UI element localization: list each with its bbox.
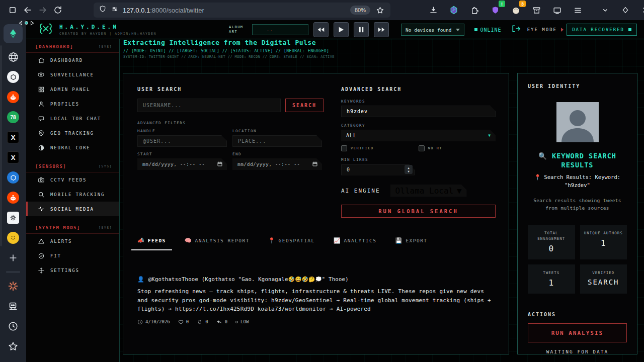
close-button[interactable] <box>638 3 644 18</box>
settings-app-icon[interactable] <box>7 211 20 224</box>
clock-icon[interactable] <box>7 320 20 333</box>
page-meta: // [MODE: OSINT] // [TARGET: SOCIAL] // … <box>123 49 335 53</box>
username-input[interactable] <box>137 99 281 112</box>
tweet-item[interactable]: 👤 @KgothatsoThooe (Kgothatso "Gao. Kgona… <box>137 276 496 325</box>
hugging-face-icon[interactable] <box>7 231 20 244</box>
handle-input[interactable] <box>137 135 227 147</box>
keywords-input[interactable] <box>341 106 496 117</box>
min-likes-input[interactable] <box>341 164 415 175</box>
calendar-icon[interactable] <box>217 161 223 168</box>
tab-feeds[interactable]: 📣 FEEDS <box>137 237 166 250</box>
sidebar-item-admin-panel[interactable]: ADMIN PANEL <box>26 82 119 97</box>
menu-hamburger-icon[interactable] <box>570 3 585 18</box>
track-marquee: .. <box>252 24 308 35</box>
reload-button[interactable] <box>50 3 65 18</box>
back-button[interactable] <box>20 3 35 18</box>
x-twitter-icon[interactable]: X <box>7 131 20 144</box>
run-global-search-button[interactable]: RUN GLOBAL SEARCH <box>341 205 496 218</box>
replies-count[interactable]: 0 <box>216 319 227 325</box>
retweets-count[interactable]: 0 <box>197 319 208 325</box>
devices-select[interactable]: No devices found <box>401 24 464 36</box>
chat-app-icon[interactable]: 78 <box>7 111 20 124</box>
sidebar-item-fit[interactable]: FIT <box>26 248 119 263</box>
play-button[interactable] <box>334 22 349 37</box>
verified-checkbox[interactable]: VERIFIED <box>341 145 419 151</box>
sidebar-item-cctv-feeds[interactable]: CCTV FEEDS <box>26 172 119 187</box>
tab-export[interactable]: 💾 EXPORT <box>395 237 428 250</box>
browser-toolbar: 127.0.0.1:8000/social/twitter 80% ! <box>0 0 644 20</box>
checkbox-icon[interactable] <box>419 145 425 151</box>
sidebar-section-dashboard: [DASHBOARD] [SYS] <box>26 39 119 53</box>
dock-scrollbar[interactable] <box>0 45 2 246</box>
shield-extension-icon[interactable]: ! <box>488 3 503 18</box>
puzzle-extensions-icon[interactable] <box>467 3 482 18</box>
next-track-icon[interactable] <box>30 18 35 28</box>
start-date-input[interactable]: mm/dd/yyyy, --:-- -- <box>137 158 227 170</box>
end-date-input[interactable]: mm/dd/yyyy, --:-- -- <box>232 158 322 170</box>
grid-icon <box>37 85 45 93</box>
sidebar-item-surveillance[interactable]: SURVEILLANCE <box>26 67 119 82</box>
shield-icon[interactable] <box>99 5 107 15</box>
sidebar-item-mobile-tracking[interactable]: MOBILE TRACKING <box>26 187 119 202</box>
tab-overview-icon[interactable] <box>5 3 20 18</box>
calendar-icon[interactable] <box>312 161 318 168</box>
url-bar[interactable]: 127.0.0.1:8000/social/twitter 80% <box>94 3 390 18</box>
dropdown-arrow-icon: ▼ <box>488 133 491 138</box>
sidebar-item-profiles[interactable]: PROFILES <box>26 97 119 111</box>
sidebar-item-dashboard[interactable]: DASHBOARD <box>26 53 119 67</box>
data-recovered-button[interactable]: DATA RECOVERED <box>567 24 637 36</box>
robot-terminal-icon[interactable] <box>7 300 20 313</box>
no-rt-checkbox[interactable]: NO RT <box>419 145 496 151</box>
run-analysis-button[interactable]: RUN ANALYSIS <box>528 323 627 342</box>
tab-analytics[interactable]: 📈 ANALYTICS <box>334 237 377 250</box>
number-spinner[interactable]: ▲▼ <box>405 165 413 174</box>
tab-geospatial[interactable]: 📍 GEOSPATIAL <box>268 237 315 250</box>
stat-total-engagement: TOTAL ENGAGEMENT 0 <box>528 225 575 259</box>
reddit-icon-2[interactable] <box>7 191 20 204</box>
archive-icon[interactable] <box>529 3 544 18</box>
claude-starburst-icon[interactable] <box>7 280 20 293</box>
x-twitter-icon-2[interactable]: X <box>7 151 20 164</box>
tab-analysis-report[interactable]: 🧠 ANALYSIS REPORT <box>185 237 250 250</box>
favorites-star-icon[interactable] <box>7 340 20 353</box>
checkbox-icon[interactable] <box>341 145 347 151</box>
sidebar-item-alerts[interactable]: ALERTS <box>26 234 119 248</box>
downloads-icon[interactable] <box>426 3 441 18</box>
sidebar-item-local-tor-chat[interactable]: LOCAL TOR CHAT <box>26 111 119 126</box>
sidebar-item-geo-tracking[interactable]: GEO TRACKING <box>26 126 119 140</box>
eye-mode-toggle[interactable]: EYE MODE <box>527 27 564 32</box>
location-input[interactable] <box>232 135 322 147</box>
category-select[interactable]: ALL ▼ <box>341 130 496 141</box>
pause-button[interactable] <box>354 22 369 37</box>
likes-count[interactable]: 0 <box>178 319 189 325</box>
maximize-button[interactable] <box>618 3 633 18</box>
permissions-icon[interactable] <box>111 5 119 15</box>
sidebar-item-settings[interactable]: SETTINGS <box>26 263 119 278</box>
home-icon <box>37 56 45 64</box>
logout-icon[interactable] <box>511 24 521 35</box>
globe-browser-icon[interactable] <box>7 50 20 63</box>
minimize-button[interactable] <box>598 3 613 18</box>
play-indicator-icon[interactable] <box>25 21 28 25</box>
chatgpt-white-icon[interactable] <box>7 70 20 83</box>
dock-settings-gear-icon[interactable] <box>7 360 20 362</box>
ai-engine-select[interactable]: Ollama Local ▼ <box>390 185 467 197</box>
sidebar-item-neural-core[interactable]: NEURAL CORE <box>26 140 119 155</box>
reddit-icon[interactable] <box>7 90 20 104</box>
cube-extension-icon[interactable] <box>446 3 461 18</box>
url-text[interactable]: 127.0.0.1:8000/social/twitter <box>123 7 350 14</box>
chatgpt-blue-icon[interactable] <box>7 171 20 184</box>
bookmark-star-icon[interactable] <box>372 3 387 18</box>
advanced-search-title: ADVANCED SEARCH <box>341 86 496 92</box>
rewind-button[interactable] <box>313 22 329 37</box>
fast-forward-button[interactable] <box>374 22 389 37</box>
device-monitor-icon[interactable] <box>549 3 565 18</box>
sidebar-item-social-media[interactable]: SOCIAL MEDIA <box>26 202 119 216</box>
add-app-icon[interactable] <box>7 251 20 264</box>
search-button[interactable]: SEARCH <box>285 99 324 112</box>
prev-track-icon[interactable] <box>18 18 23 28</box>
zoom-level-badge[interactable]: 80% <box>350 6 370 15</box>
forward-button[interactable] <box>35 3 50 18</box>
grab-extension-icon[interactable]: 3 <box>508 3 523 18</box>
ai-engine-label: AI ENGINE <box>341 188 380 194</box>
